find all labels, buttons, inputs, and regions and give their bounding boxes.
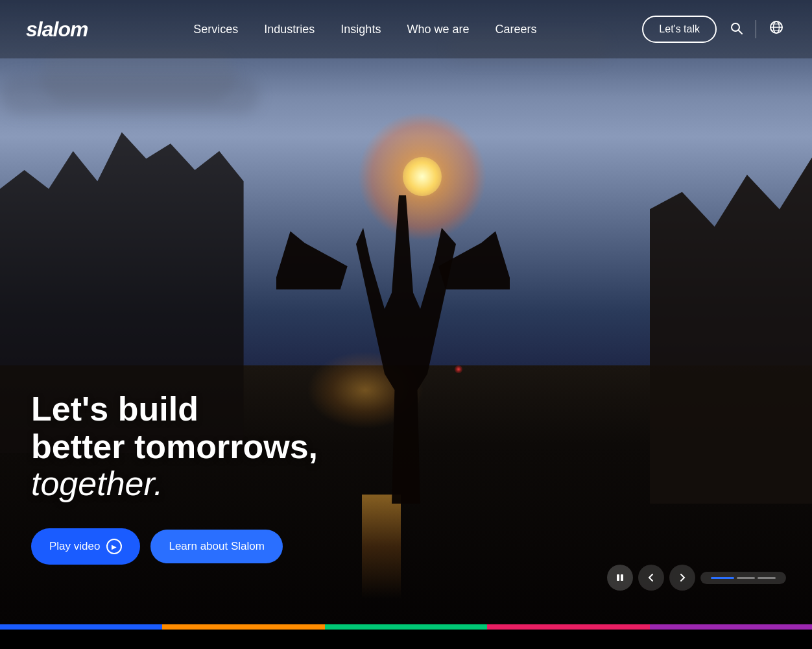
site-header: slalom Services Industries Insights Who … — [0, 0, 812, 58]
nav-item-who-we-are[interactable]: Who we are — [407, 23, 469, 36]
pause-button[interactable] — [607, 565, 633, 591]
bar-purple — [650, 624, 812, 630]
svg-rect-8 — [621, 574, 623, 581]
progress-seg-2 — [737, 577, 755, 579]
bottom-color-bar — [0, 624, 812, 630]
main-nav: Services Industries Insights Who we are … — [193, 23, 536, 36]
nav-item-services[interactable]: Services — [193, 23, 238, 36]
hero-buttons: Play video ▶ Learn about Slalom — [31, 528, 318, 565]
nav-item-industries[interactable]: Industries — [264, 23, 315, 36]
svg-rect-7 — [617, 574, 619, 581]
bar-green — [325, 624, 487, 630]
nav-item-insights[interactable]: Insights — [340, 23, 381, 36]
sun-core — [403, 157, 442, 196]
globe-icon[interactable] — [767, 18, 786, 41]
light-streak — [362, 495, 401, 598]
bar-pink — [487, 624, 649, 630]
header-right: Let's talk — [642, 16, 786, 43]
progress-seg-1 — [711, 577, 734, 579]
building-right — [650, 158, 812, 504]
bar-orange — [162, 624, 324, 630]
progress-seg-3 — [758, 577, 776, 579]
svg-point-0 — [732, 23, 739, 31]
progress-bar[interactable] — [700, 572, 786, 584]
play-icon: ▶ — [106, 539, 122, 554]
nav-item-careers[interactable]: Careers — [495, 23, 536, 36]
logo[interactable]: slalom — [26, 18, 88, 42]
svg-line-1 — [739, 31, 742, 34]
bar-blue — [0, 624, 162, 630]
prev-button[interactable] — [638, 565, 664, 591]
hero-content: Let's build better tomorrows, together. … — [31, 391, 318, 565]
cloud-2 — [0, 75, 259, 114]
next-button[interactable] — [669, 565, 695, 591]
header-divider — [756, 20, 756, 38]
learn-about-slalom-button[interactable]: Learn about Slalom — [150, 530, 282, 563]
lets-talk-button[interactable]: Let's talk — [642, 16, 717, 43]
lens-flare — [455, 365, 462, 373]
play-video-button[interactable]: Play video ▶ — [31, 528, 140, 565]
hero-section: Let's build better tomorrows, together. … — [0, 0, 812, 630]
video-controls — [607, 565, 786, 591]
hero-headline: Let's build better tomorrows, together. — [31, 391, 318, 502]
search-icon[interactable] — [727, 19, 745, 40]
